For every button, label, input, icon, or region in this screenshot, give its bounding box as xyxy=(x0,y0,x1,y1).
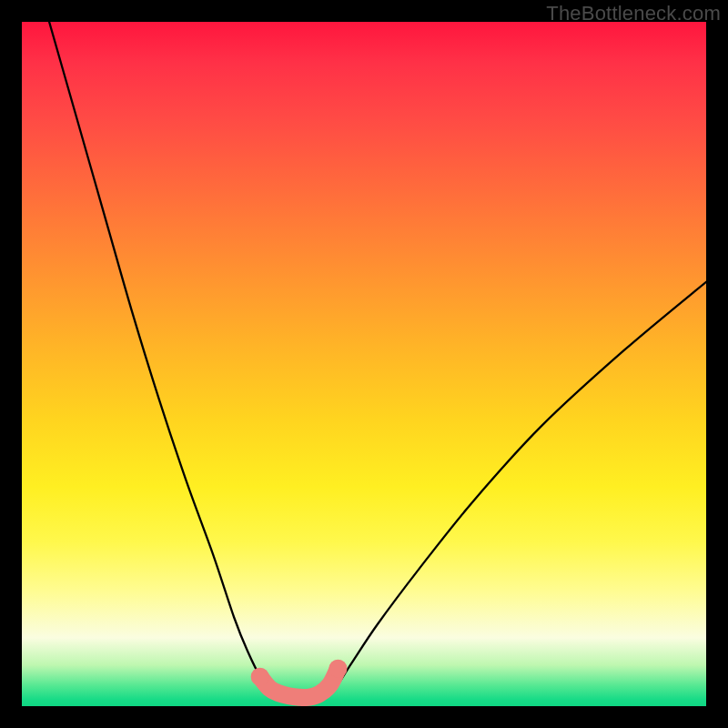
bottleneck-curve-path xyxy=(49,22,706,698)
plot-area xyxy=(22,22,706,706)
trough-marker-group xyxy=(251,660,348,698)
chart-svg xyxy=(22,22,706,706)
trough-marker-dot xyxy=(251,668,269,686)
trough-marker-stroke xyxy=(260,669,339,698)
watermark-text: TheBottleneck.com xyxy=(546,2,721,25)
trough-marker-dot xyxy=(329,660,347,678)
